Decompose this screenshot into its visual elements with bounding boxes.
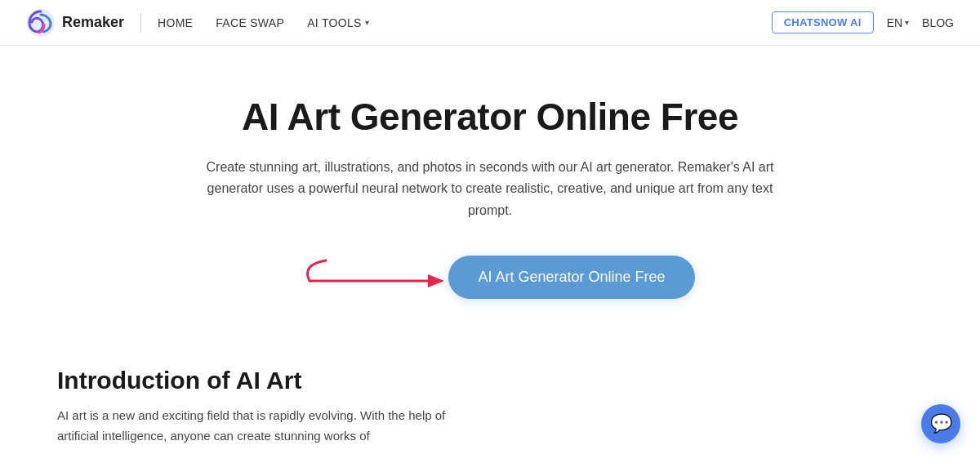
intro-section: Introduction of AI Art AI art is a new a… [0,334,980,463]
cta-wrapper: AI Art Generator Online Free [16,252,964,301]
arrow-icon [301,256,457,297]
logo[interactable]: Remaker [26,8,124,38]
language-selector[interactable]: EN ▾ [887,16,909,29]
nav-home[interactable]: HOME [158,16,193,29]
hero-section: AI Art Generator Online Free Create stun… [0,46,980,334]
hero-description: Create stunning art, illustrations, and … [184,157,796,221]
chat-bubble-button[interactable]: 💬 [921,404,960,443]
intro-text: AI art is a new and exciting field that … [57,406,482,447]
chat-icon: 💬 [930,413,952,434]
chatsnow-button[interactable]: CHATSNOW AI [772,11,874,33]
nav-face-swap[interactable]: FACE SWAP [216,16,284,29]
logo-icon [26,8,56,38]
svg-marker-2 [428,274,444,287]
intro-title: Introduction of AI Art [57,367,923,394]
arrow-container [285,252,448,301]
nav-ai-tools[interactable]: AI TOOLS ▾ [307,16,369,29]
hero-title: AI Art Generator Online Free [16,95,964,139]
chevron-down-icon: ▾ [365,18,369,27]
cta-button[interactable]: AI Art Generator Online Free [448,256,694,299]
nav-links: HOME FACE SWAP AI TOOLS ▾ [158,16,772,29]
lang-chevron-icon: ▾ [905,18,909,27]
brand-name: Remaker [62,14,124,31]
nav-blog[interactable]: BLOG [922,16,954,29]
navbar: Remaker HOME FACE SWAP AI TOOLS ▾ CHATSN… [0,0,980,46]
nav-right: CHATSNOW AI EN ▾ BLOG [772,11,954,33]
nav-divider [140,14,141,32]
